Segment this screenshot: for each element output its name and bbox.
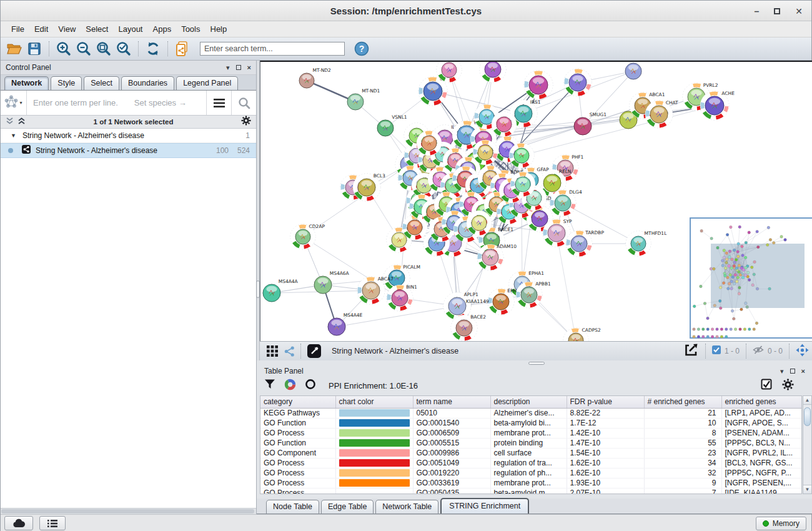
expand-all-icon[interactable] (17, 116, 26, 127)
close-panel-icon[interactable]: × (247, 64, 251, 71)
grid-icon[interactable] (264, 342, 280, 360)
menu-layout[interactable]: Layout (114, 22, 147, 36)
zoom-selected-icon[interactable] (114, 39, 133, 58)
collapse-all-icon[interactable] (6, 116, 14, 127)
selected-check-icon[interactable] (712, 345, 721, 357)
network-node[interactable] (492, 112, 517, 137)
table-float-icon[interactable] (790, 369, 795, 374)
table-splitter[interactable] (257, 360, 812, 366)
tab-boundaries[interactable]: Boundaries (121, 76, 174, 90)
menu-file[interactable]: File (7, 22, 29, 36)
menu-select[interactable]: Select (81, 22, 112, 36)
network-row-selected[interactable]: String Network - Alzheimer's disease 100… (1, 143, 256, 158)
network-node[interactable] (417, 131, 442, 156)
network-node[interactable] (473, 140, 498, 165)
network-node[interactable] (467, 211, 492, 236)
tab-edge-table[interactable]: Edge Table (321, 500, 374, 514)
menu-apps[interactable]: Apps (149, 22, 176, 36)
set-species-link[interactable]: Set species → (134, 98, 187, 107)
maximize-button[interactable] (774, 8, 780, 14)
share-icon[interactable] (282, 342, 297, 360)
filter-icon[interactable] (264, 379, 275, 392)
network-node[interactable] (524, 71, 553, 99)
zoom-fit-icon[interactable] (94, 39, 113, 58)
network-node[interactable]: MT-ND1 (347, 88, 380, 110)
network-node[interactable]: TARDBP (566, 230, 604, 257)
network-node[interactable]: BIN1 (387, 284, 417, 311)
network-node[interactable]: DLG4 (550, 189, 582, 216)
network-node[interactable]: ACHE (700, 91, 735, 120)
scroll-up-icon[interactable]: ▲ (803, 396, 811, 405)
select-rows-check-icon[interactable] (761, 379, 772, 392)
collection-expander-icon[interactable]: ▼ (11, 132, 16, 139)
search-input[interactable] (200, 42, 345, 56)
minimize-button[interactable]: – (754, 7, 759, 16)
network-node[interactable]: MTHFD1L (626, 231, 667, 256)
column-header[interactable]: enriched genes (721, 396, 801, 408)
tab-network-table[interactable]: Network Table (375, 500, 438, 514)
zoom-in-icon[interactable] (54, 39, 73, 58)
settings-gear-icon[interactable] (782, 379, 794, 393)
close-button[interactable]: ✕ (795, 7, 803, 16)
table-panel-menu-icon[interactable]: ▾ (780, 368, 784, 375)
tab-string-enrichment[interactable]: STRING Enrichment (440, 498, 529, 514)
network-node[interactable]: ADAMTS2 (625, 62, 663, 79)
network-collection-row[interactable]: ▼ String Network - Alzheimer's disease 1 (1, 129, 256, 143)
title-bar[interactable]: Session: /tmp/enrichmentTest.cys – ✕ (1, 1, 811, 21)
table-row[interactable]: GO ProcessGO:0051049regulation of tra...… (260, 458, 801, 468)
network-node[interactable]: ADAM10 (477, 244, 517, 270)
network-node[interactable] (480, 62, 506, 82)
table-row[interactable]: KEGG Pathways05010Alzheimer's dise...8.8… (260, 408, 801, 418)
chart-donut-icon[interactable] (284, 379, 296, 393)
scroll-down-icon[interactable]: ▼ (803, 485, 811, 494)
panel-menu-icon[interactable]: ▾ (226, 64, 230, 71)
table-row[interactable]: GO FunctionGO:0001540beta-amyloid bi...1… (260, 418, 801, 428)
network-node[interactable] (510, 172, 535, 197)
ring-chart-icon[interactable] (305, 379, 316, 392)
network-node[interactable]: CHAT (645, 100, 678, 128)
table-row[interactable]: GO ComponentGO:0009986cell surface1.54E-… (260, 448, 801, 458)
network-node[interactable] (564, 69, 592, 96)
open-file-icon[interactable] (5, 39, 24, 58)
tab-network[interactable]: Network (4, 76, 49, 90)
table-splitter-grip[interactable] (528, 362, 545, 365)
memory-button[interactable]: Memory (756, 517, 806, 530)
network-node[interactable]: CADPS2 (563, 327, 601, 341)
column-header[interactable]: category (260, 396, 335, 408)
table-row[interactable]: GO ProcessGO:0019220regulation of ph...1… (260, 468, 801, 478)
table-row[interactable]: GO FunctionGO:0005515protein binding1.47… (260, 438, 801, 448)
column-header[interactable]: FDR p-value (567, 396, 644, 408)
string-logo[interactable] (4, 95, 18, 111)
column-header[interactable]: chart color (335, 396, 413, 408)
string-query-input[interactable]: Enter one term per line. Set species → (27, 91, 206, 115)
float-panel-icon[interactable] (236, 65, 241, 70)
column-header[interactable]: term name (413, 396, 490, 408)
network-node[interactable]: BCL3 (353, 173, 385, 201)
export-network-icon[interactable] (684, 343, 699, 359)
network-node[interactable]: BACE2 (451, 314, 486, 341)
control-panel-hscrollbar[interactable] (1, 508, 256, 514)
tab-legend-panel[interactable]: Legend Panel (176, 76, 238, 90)
menu-tools[interactable]: Tools (177, 22, 204, 36)
scroll-thumb[interactable] (804, 407, 811, 426)
string-options-icon[interactable] (206, 91, 231, 115)
network-node[interactable]: APBB1 (516, 281, 551, 308)
tab-select[interactable]: Select (84, 76, 119, 90)
save-session-icon[interactable] (25, 39, 44, 58)
zoom-out-icon[interactable] (74, 39, 93, 58)
table-row[interactable]: GO ProcessGO:0006509membrane prot...1.42… (260, 428, 801, 438)
network-view[interactable]: MT-ND2MT-ND1VSNL1GAB2ADAMTS2PVRL2SMUG1TO… (260, 61, 812, 341)
help-icon[interactable]: ? (352, 39, 371, 58)
tab-node-table[interactable]: Node Table (266, 500, 319, 514)
network-node[interactable]: CD2AP (290, 224, 325, 249)
menu-help[interactable]: Help (206, 22, 232, 36)
task-history-button[interactable] (39, 516, 66, 530)
navigator-icon[interactable] (796, 344, 809, 359)
string-search-icon[interactable] (231, 91, 256, 115)
network-gear-icon[interactable] (241, 116, 251, 128)
table-vscrollbar[interactable]: ▲ ▼ (803, 395, 812, 494)
network-node[interactable]: MS4A4A (263, 279, 299, 302)
refresh-icon[interactable] (144, 39, 162, 58)
column-header[interactable]: description (490, 396, 567, 408)
network-node[interactable] (509, 143, 534, 168)
